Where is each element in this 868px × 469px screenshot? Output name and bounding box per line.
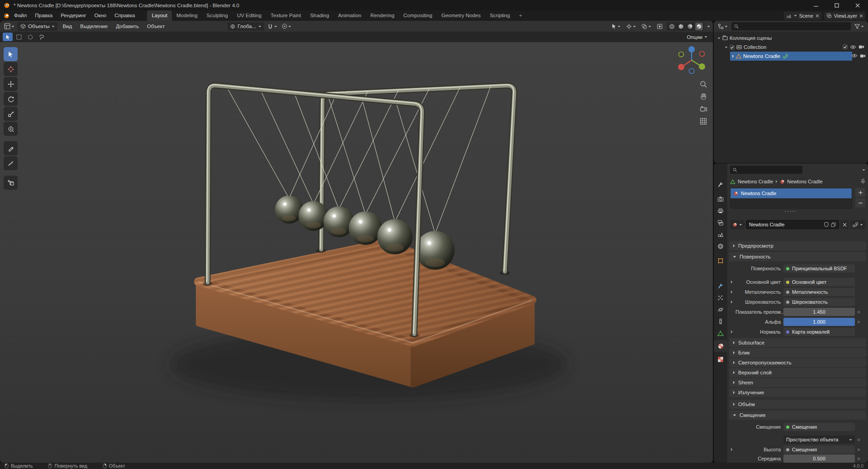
unlink-material-button[interactable] xyxy=(840,220,849,229)
checkbox-checked-icon[interactable] xyxy=(730,45,735,50)
material-name-field[interactable]: Newtons Cradle xyxy=(746,220,839,229)
scene-selector[interactable]: Scene xyxy=(784,12,821,20)
navigation-gizmo[interactable] xyxy=(676,44,707,76)
close-button[interactable] xyxy=(847,0,868,10)
workspace-tab-rendering[interactable]: Rendering xyxy=(366,10,399,21)
overlays-toggle[interactable] xyxy=(640,24,653,29)
browse-material-button[interactable] xyxy=(730,220,745,229)
pin-icon[interactable] xyxy=(861,179,865,184)
gizmos-toggle[interactable] xyxy=(625,24,637,29)
duplicate-material-icon[interactable] xyxy=(831,222,836,227)
view-layer-selector[interactable]: ViewLayer xyxy=(824,12,865,20)
outliner-search[interactable] xyxy=(731,22,851,30)
panel-sheen[interactable]: Sheen xyxy=(729,378,866,387)
roughness-input[interactable]: Шероховатость xyxy=(783,298,855,306)
viewport-menu-object[interactable]: Объект xyxy=(144,21,168,32)
viewport-options-dropdown[interactable]: Опции xyxy=(687,34,710,40)
properties-tab-object[interactable] xyxy=(714,255,727,267)
expand-arrow-icon[interactable] xyxy=(730,330,733,334)
list-resize-grip[interactable]: ••••• xyxy=(727,209,855,213)
proportional-editing-button[interactable] xyxy=(280,24,293,29)
select-mode-box-button[interactable] xyxy=(14,33,24,41)
viewport-menu-add[interactable]: Добавить xyxy=(113,21,142,32)
shading-wireframe-button[interactable] xyxy=(668,23,676,30)
panel-transmission[interactable]: Светопропускаемость xyxy=(729,358,866,367)
remove-slot-button[interactable] xyxy=(855,198,865,207)
menu-render[interactable]: Рендеринг xyxy=(57,10,90,21)
midlevel-slider[interactable]: 0.500 xyxy=(783,455,855,463)
surface-shader-input[interactable]: Принципиальный BSDF xyxy=(783,264,855,273)
xray-toggle[interactable] xyxy=(655,24,664,29)
expand-arrow-icon[interactable] xyxy=(730,290,733,294)
unlink-view-layer-icon[interactable] xyxy=(859,14,863,18)
properties-tab-tool[interactable] xyxy=(714,179,727,191)
outliner-item-label[interactable]: Newtons Cradle xyxy=(741,53,780,59)
workspace-tab-modeling[interactable]: Modeling xyxy=(172,10,202,21)
zoom-button[interactable] xyxy=(698,79,708,89)
menu-file[interactable]: Файл xyxy=(10,10,31,21)
expand-arrow-icon[interactable] xyxy=(730,448,733,451)
workspace-tab-compositing[interactable]: Compositing xyxy=(399,10,437,21)
chevron-down-icon[interactable] xyxy=(862,169,865,171)
workspace-tab-layout[interactable]: Layout xyxy=(147,10,172,21)
tool-move-button[interactable] xyxy=(4,77,18,91)
keyframe-decorator[interactable] xyxy=(855,311,862,313)
workspace-tab-texture-paint[interactable]: Texture Paint xyxy=(266,10,305,21)
material-link-dropdown[interactable] xyxy=(850,220,865,229)
material-slot-empty[interactable] xyxy=(730,198,852,208)
properties-search-input[interactable] xyxy=(740,167,800,173)
fake-user-shield-icon[interactable] xyxy=(824,222,829,227)
base-color-input[interactable]: Основной цвет xyxy=(783,278,855,286)
properties-tab-texture[interactable] xyxy=(714,354,727,365)
panel-specular[interactable]: Блик xyxy=(729,348,866,357)
menu-window[interactable]: Окно xyxy=(90,10,111,21)
shading-solid-button[interactable] xyxy=(677,23,685,30)
selectability-dropdown[interactable] xyxy=(610,24,622,29)
metallic-input[interactable]: Металличность xyxy=(783,288,855,296)
workspace-tab-uv-editing[interactable]: UV Editing xyxy=(232,10,266,21)
workspace-tab-scripting[interactable]: Scripting xyxy=(485,10,515,21)
keyframe-decorator[interactable] xyxy=(855,458,862,460)
properties-tab-particles[interactable] xyxy=(714,292,727,304)
workspace-tab-animation[interactable]: Animation xyxy=(334,10,366,21)
camera-render-icon[interactable] xyxy=(860,54,866,58)
properties-tab-object-data[interactable] xyxy=(714,327,727,339)
eye-icon[interactable] xyxy=(851,53,858,58)
outliner-row-scene-collection[interactable]: Коллекция сцены xyxy=(714,34,868,43)
disclosure-open-icon[interactable] xyxy=(725,46,728,48)
tool-transform-button[interactable] xyxy=(4,122,18,136)
outliner-editor-type-button[interactable] xyxy=(716,24,729,29)
select-mode-lasso-button[interactable] xyxy=(37,33,47,41)
add-slot-button[interactable] xyxy=(855,188,865,197)
height-input[interactable]: Смещения xyxy=(783,445,855,454)
alpha-slider[interactable]: 1.000 xyxy=(783,318,855,326)
material-slot-item[interactable]: Newtons Cradle xyxy=(730,188,852,198)
breadcrumb-material[interactable]: Newtons Cradle xyxy=(787,179,822,184)
menu-help[interactable]: Справка xyxy=(110,10,139,21)
panel-preview[interactable]: Предпросмотр xyxy=(729,241,866,250)
eye-icon[interactable] xyxy=(850,45,856,49)
shading-options-chevron-icon[interactable] xyxy=(707,25,710,28)
panel-coat[interactable]: Верхний слой xyxy=(729,368,866,377)
keyframe-decorator[interactable] xyxy=(855,439,862,441)
tool-measure-button[interactable] xyxy=(4,156,18,170)
viewport-menu-view[interactable]: Вид xyxy=(59,21,75,32)
outliner-item-label[interactable]: Коллекция сцены xyxy=(728,35,772,41)
properties-tab-constraints[interactable] xyxy=(714,316,727,327)
panel-displacement[interactable]: Смещения xyxy=(729,411,866,420)
tool-select-button[interactable] xyxy=(4,47,18,61)
panel-subsurface[interactable]: Subsurface xyxy=(729,338,866,347)
properties-tab-view-layer[interactable] xyxy=(714,217,727,229)
properties-tab-scene[interactable] xyxy=(714,229,727,240)
keyframe-decorator[interactable] xyxy=(855,449,862,451)
maximize-button[interactable] xyxy=(826,0,847,10)
transform-orientation-dropdown[interactable]: Глоба... xyxy=(228,22,264,31)
panel-volume[interactable]: Объём xyxy=(729,400,866,409)
shading-material-button[interactable] xyxy=(686,23,694,30)
select-mode-circle-button[interactable] xyxy=(25,33,35,41)
checkbox-checked-icon[interactable] xyxy=(843,44,848,49)
expand-arrow-icon[interactable] xyxy=(730,300,733,304)
expand-arrow-icon[interactable] xyxy=(730,280,733,284)
properties-tab-output[interactable] xyxy=(714,205,727,217)
shading-rendered-button[interactable] xyxy=(695,23,703,30)
